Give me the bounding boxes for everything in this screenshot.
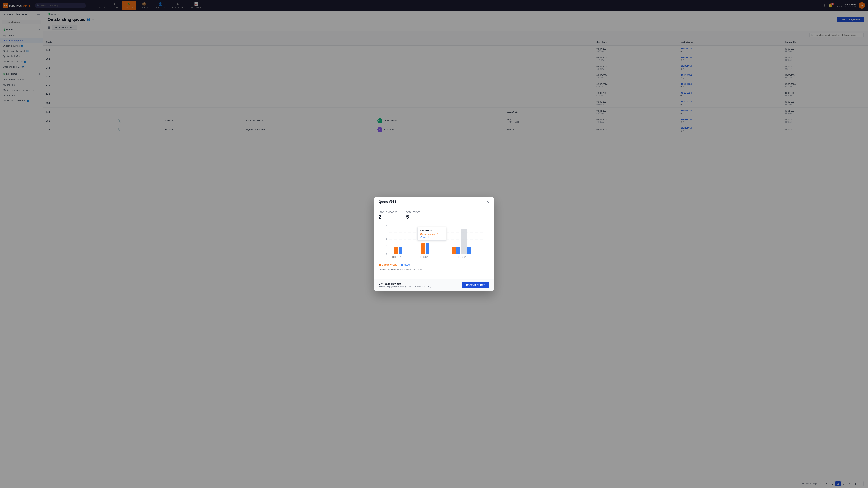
- tooltip-date: 08-13-2024: [420, 229, 443, 232]
- unique-viewers-stat: UNIQUE VIEWERS 2: [379, 211, 398, 220]
- modal-title: Quote #938: [379, 200, 396, 204]
- legend-unique-viewers-label: Unique Viewers: [382, 263, 397, 266]
- legend-unique-viewers: Unique Viewers: [379, 263, 397, 266]
- legend-views-label: Views: [404, 263, 410, 266]
- modal-close-button[interactable]: ✕: [486, 200, 489, 203]
- svg-rect-15: [452, 247, 456, 254]
- tooltip-views: Views : 1: [420, 236, 443, 238]
- legend-views: Views: [401, 263, 410, 266]
- modal-note: *previewing a quote does not count as a …: [379, 266, 489, 271]
- chart-legend: Unique Viewers Views: [379, 263, 489, 266]
- resend-quote-button[interactable]: RESEND QUOTE: [462, 282, 489, 288]
- total-views-label: TOTAL VIEWS: [406, 211, 420, 213]
- tooltip-viewers: Unique Viewers : 1: [420, 233, 443, 235]
- modal-contact: BioHealth Devices Rowen Nguyen (r.nguyen…: [379, 282, 431, 288]
- svg-text:4: 4: [386, 224, 388, 226]
- svg-rect-12: [399, 247, 402, 254]
- chart-wrapper: 0 1 2 3 4: [379, 223, 489, 261]
- legend-blue-dot: [401, 264, 403, 266]
- svg-rect-11: [394, 247, 398, 254]
- modal-contact-company: BioHealth Devices: [379, 282, 431, 285]
- chart-tooltip: 08-13-2024 Unique Viewers : 1 Views : 1: [417, 227, 446, 240]
- svg-text:0: 0: [386, 253, 388, 255]
- svg-text:08-06-2024: 08-06-2024: [392, 256, 401, 258]
- svg-text:1: 1: [386, 245, 388, 247]
- svg-rect-13: [421, 243, 425, 254]
- svg-text:2: 2: [386, 238, 388, 240]
- total-views-stat: TOTAL VIEWS 5: [406, 211, 420, 220]
- svg-text:08-13-2024: 08-13-2024: [457, 256, 466, 258]
- modal-footer: BioHealth Devices Rowen Nguyen (r.nguyen…: [374, 279, 494, 291]
- legend-orange-dot: [379, 264, 381, 266]
- svg-rect-18: [467, 247, 471, 254]
- svg-rect-16: [457, 247, 460, 254]
- total-views-value: 5: [406, 214, 409, 220]
- svg-rect-14: [426, 243, 429, 254]
- modal-stats: UNIQUE VIEWERS 2 TOTAL VIEWS 5: [379, 211, 489, 220]
- quote-modal: Quote #938 ✕ UNIQUE VIEWERS 2 TOTAL VIEW…: [374, 197, 494, 291]
- svg-text:3: 3: [386, 231, 388, 233]
- svg-text:08-08-2024: 08-08-2024: [419, 256, 428, 258]
- modal-overlay[interactable]: Quote #938 ✕ UNIQUE VIEWERS 2 TOTAL VIEW…: [0, 0, 868, 488]
- unique-viewers-label: UNIQUE VIEWERS: [379, 211, 398, 213]
- unique-viewers-value: 2: [379, 214, 381, 220]
- modal-header: Quote #938 ✕: [374, 197, 494, 207]
- modal-body: UNIQUE VIEWERS 2 TOTAL VIEWS 5 0 1: [374, 207, 494, 279]
- svg-rect-17: [461, 229, 467, 254]
- modal-contact-name: Rowen Nguyen (r.nguyen@biohealthdevices.…: [379, 285, 431, 288]
